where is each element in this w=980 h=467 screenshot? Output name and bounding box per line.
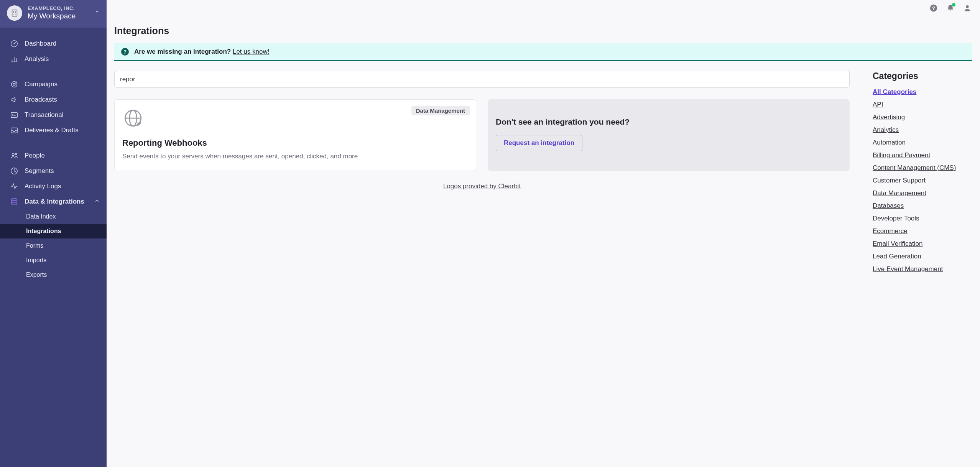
workspace-name: My Workspace (28, 12, 76, 21)
category-databases[interactable]: Databases (873, 202, 972, 210)
category-lead-gen[interactable]: Lead Generation (873, 253, 972, 260)
sidebar-item-label: Deliveries & Drafts (25, 127, 79, 134)
data-integrations-submenu: Data Index Integrations Forms Imports Ex… (0, 209, 107, 282)
notification-dot (952, 3, 955, 7)
categories-list: All Categories API Advertising Analytics… (873, 88, 972, 273)
sidebar-item-label: People (25, 152, 45, 160)
chevron-down-icon (94, 8, 100, 16)
sidebar-item-activity-logs[interactable]: Activity Logs (0, 179, 107, 194)
sidebar-item-segments[interactable]: Segments (0, 163, 107, 179)
integration-card-reporting-webhooks[interactable]: Data Management Reporting Webhooks (114, 99, 476, 171)
category-api[interactable]: API (873, 101, 972, 109)
sidebar-item-label: Analysis (25, 55, 49, 63)
category-devtools[interactable]: Developer Tools (873, 215, 972, 222)
subnav-imports[interactable]: Imports (0, 253, 107, 268)
let-us-know-link[interactable]: Let us know! (233, 48, 269, 55)
main: ? Integrations ? Are we missing an integ… (107, 0, 980, 467)
subnav-integrations[interactable]: Integrations (0, 224, 107, 238)
megaphone-icon (10, 95, 18, 104)
building-icon (10, 9, 19, 17)
category-email-verification[interactable]: Email Verification (873, 240, 972, 248)
integration-tag: Data Management (411, 106, 470, 115)
category-data-management[interactable]: Data Management (873, 189, 972, 197)
request-integration-button[interactable]: Request an integration (496, 135, 582, 151)
logos-credit-link[interactable]: Logos provided by Clearbit (443, 183, 521, 190)
activity-icon (10, 182, 18, 191)
category-live-events[interactable]: Live Event Management (873, 265, 972, 273)
svg-rect-0 (12, 10, 17, 16)
sidebar-item-label: Campaigns (25, 81, 58, 88)
svg-point-8 (14, 43, 15, 44)
svg-point-24 (966, 5, 968, 8)
category-ecommerce[interactable]: Ecommerce (873, 227, 972, 235)
workspace-avatar (7, 5, 22, 21)
chevron-up-icon (94, 198, 100, 206)
integration-desc: Send events to your servers when message… (122, 152, 468, 161)
sidebar-item-label: Transactional (25, 111, 63, 119)
subnav-forms[interactable]: Forms (0, 238, 107, 253)
inbox-icon (10, 126, 18, 135)
sidebar-item-dashboard[interactable]: Dashboard (0, 36, 107, 51)
content: Integrations ? Are we missing an integra… (107, 16, 980, 467)
subnav-data-index[interactable]: Data Index (0, 209, 107, 224)
request-integration-card: Don't see an integration you need? Reque… (488, 99, 850, 171)
sidebar-nav: Dashboard Analysis Campaigns Broadca (0, 28, 107, 289)
sidebar-item-label: Dashboard (25, 40, 56, 48)
terminal-icon (10, 111, 18, 119)
category-all[interactable]: All Categories (873, 88, 972, 96)
sidebar-item-deliveries[interactable]: Deliveries & Drafts (0, 123, 107, 138)
categories-panel: Categories All Categories API Advertisin… (873, 71, 972, 273)
missing-integration-banner: ? Are we missing an integration? Let us … (114, 43, 972, 61)
svg-point-14 (13, 83, 15, 86)
info-icon: ? (121, 48, 129, 56)
search-input[interactable] (114, 71, 850, 88)
category-support[interactable]: Customer Support (873, 177, 972, 184)
sidebar-item-label: Segments (25, 167, 54, 175)
svg-point-19 (15, 153, 17, 155)
page-title: Integrations (114, 25, 972, 36)
bar-chart-icon (10, 55, 18, 63)
category-cms[interactable]: Content Management (CMS) (873, 164, 972, 172)
pie-icon (10, 167, 18, 175)
integration-title: Reporting Webhooks (122, 138, 468, 148)
topbar: ? (107, 0, 980, 16)
user-icon[interactable] (963, 4, 972, 12)
category-billing[interactable]: Billing and Payment (873, 151, 972, 159)
category-advertising[interactable]: Advertising (873, 113, 972, 121)
workspace-org: EXAMPLECO, INC. (28, 5, 76, 12)
help-icon[interactable]: ? (929, 4, 938, 12)
sidebar: EXAMPLECO, INC. My Workspace Dashboard A… (0, 0, 107, 467)
sidebar-item-label: Data & Integrations (25, 198, 84, 206)
database-icon (10, 197, 18, 206)
sidebar-item-label: Activity Logs (25, 183, 61, 190)
svg-rect-15 (11, 113, 18, 118)
categories-heading: Categories (873, 71, 972, 81)
category-automation[interactable]: Automation (873, 139, 972, 146)
sidebar-item-data-integrations[interactable]: Data & Integrations (0, 194, 107, 209)
sidebar-item-broadcasts[interactable]: Broadcasts (0, 92, 107, 107)
svg-point-21 (12, 199, 17, 201)
sidebar-item-campaigns[interactable]: Campaigns (0, 77, 107, 92)
svg-text:?: ? (932, 5, 935, 11)
sidebar-item-people[interactable]: People (0, 148, 107, 163)
people-icon (10, 151, 18, 160)
workspace-switcher[interactable]: EXAMPLECO, INC. My Workspace (0, 0, 107, 28)
svg-point-18 (12, 154, 15, 156)
sidebar-item-label: Broadcasts (25, 96, 57, 104)
gauge-icon (10, 39, 18, 48)
target-icon (10, 80, 18, 89)
sidebar-item-analysis[interactable]: Analysis (0, 51, 107, 67)
category-analytics[interactable]: Analytics (873, 126, 972, 134)
subnav-exports[interactable]: Exports (0, 268, 107, 282)
sidebar-item-transactional[interactable]: Transactional (0, 107, 107, 123)
banner-text: Are we missing an integration? Let us kn… (134, 48, 269, 56)
notifications-icon[interactable] (946, 4, 955, 12)
request-card-title: Don't see an integration you need? (496, 117, 842, 127)
